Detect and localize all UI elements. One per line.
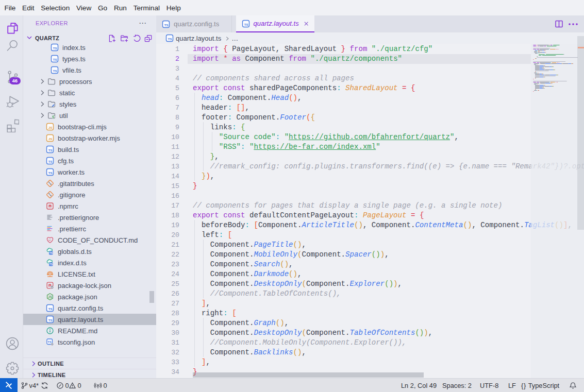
svg-text:TS: TS bbox=[53, 58, 57, 61]
svg-text:TS: TS bbox=[164, 23, 169, 26]
svg-text:TS: TS bbox=[48, 148, 53, 152]
svg-text:TS: TS bbox=[53, 69, 57, 73]
svg-text:TS: TS bbox=[168, 37, 172, 41]
svg-text:TS: TS bbox=[49, 263, 53, 266]
svg-text:TS: TS bbox=[53, 46, 57, 50]
svg-text:TS: TS bbox=[48, 171, 53, 175]
svg-text:TS: TS bbox=[49, 252, 53, 254]
svg-text:TS: TS bbox=[48, 340, 52, 344]
svg-text:TS: TS bbox=[244, 22, 248, 26]
svg-text:JS: JS bbox=[48, 137, 53, 141]
svg-text:JS: JS bbox=[48, 126, 53, 129]
svg-text:JS: JS bbox=[48, 295, 53, 299]
svg-text:TS: TS bbox=[48, 160, 53, 163]
svg-text:TS: TS bbox=[48, 318, 53, 322]
svg-text:TS: TS bbox=[48, 307, 53, 311]
